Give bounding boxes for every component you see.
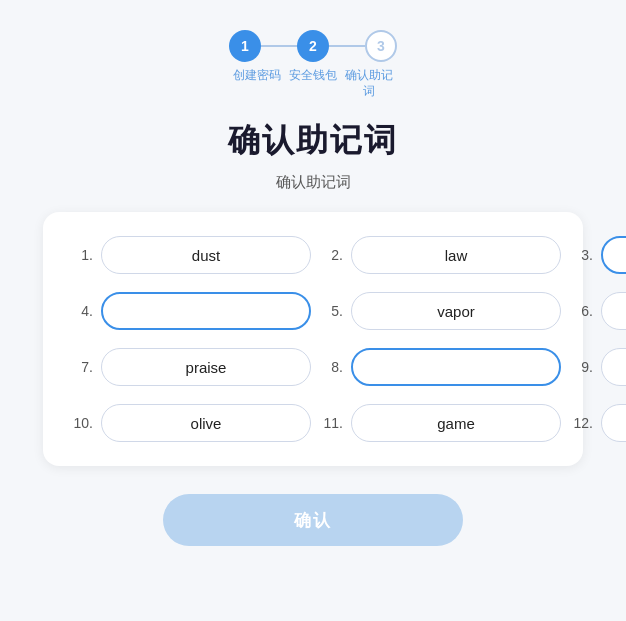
- step-line-2: [329, 45, 365, 47]
- word-input-7[interactable]: [101, 348, 311, 386]
- stepper-labels: 创建密码 安全钱包 确认助记词: [232, 68, 394, 99]
- word-input-11[interactable]: [351, 404, 561, 442]
- word-index: 12.: [571, 415, 593, 431]
- word-index: 1.: [71, 247, 93, 263]
- page-container: 1 2 3 创建密码 安全钱包 确认助记词 确认助记词 确认助记词 1.2.3.…: [0, 0, 626, 621]
- word-grid-card: 1.2.3.4.5.6.7.8.9.10.11.12.: [43, 212, 583, 466]
- word-input-1[interactable]: [101, 236, 311, 274]
- word-item: 1.: [71, 236, 311, 274]
- word-item: 12.: [571, 404, 626, 442]
- step-3: 3: [365, 30, 397, 62]
- word-input-2[interactable]: [351, 236, 561, 274]
- word-input-6[interactable]: [601, 292, 626, 330]
- word-item: 7.: [71, 348, 311, 386]
- word-index: 5.: [321, 303, 343, 319]
- word-index: 4.: [71, 303, 93, 319]
- stepper-circles: 1 2 3: [229, 30, 397, 62]
- word-item: 4.: [71, 292, 311, 330]
- word-input-8[interactable]: [351, 348, 561, 386]
- word-index: 10.: [71, 415, 93, 431]
- step-label-2: 安全钱包: [288, 68, 338, 99]
- page-subtitle: 确认助记词: [276, 173, 351, 192]
- word-index: 7.: [71, 359, 93, 375]
- word-index: 2.: [321, 247, 343, 263]
- word-item: 2.: [321, 236, 561, 274]
- word-item: 9.: [571, 348, 626, 386]
- word-input-5[interactable]: [351, 292, 561, 330]
- word-item: 11.: [321, 404, 561, 442]
- step-label-1: 创建密码: [232, 68, 282, 99]
- step-2: 2: [297, 30, 329, 62]
- word-input-10[interactable]: [101, 404, 311, 442]
- stepper: 1 2 3 创建密码 安全钱包 确认助记词: [229, 30, 397, 99]
- step-label-3: 确认助记词: [344, 68, 394, 99]
- word-input-9[interactable]: [601, 348, 626, 386]
- word-index: 9.: [571, 359, 593, 375]
- page-title: 确认助记词: [228, 119, 398, 163]
- word-item: 3.: [571, 236, 626, 274]
- word-input-4[interactable]: [101, 292, 311, 330]
- word-index: 8.: [321, 359, 343, 375]
- step-1: 1: [229, 30, 261, 62]
- word-index: 6.: [571, 303, 593, 319]
- word-item: 6.: [571, 292, 626, 330]
- word-input-12[interactable]: [601, 404, 626, 442]
- word-item: 10.: [71, 404, 311, 442]
- word-item: 8.: [321, 348, 561, 386]
- word-index: 3.: [571, 247, 593, 263]
- word-index: 11.: [321, 415, 343, 431]
- word-input-3[interactable]: [601, 236, 626, 274]
- step-line-1: [261, 45, 297, 47]
- word-grid: 1.2.3.4.5.6.7.8.9.10.11.12.: [71, 236, 555, 442]
- word-item: 5.: [321, 292, 561, 330]
- confirm-button[interactable]: 确认: [163, 494, 463, 546]
